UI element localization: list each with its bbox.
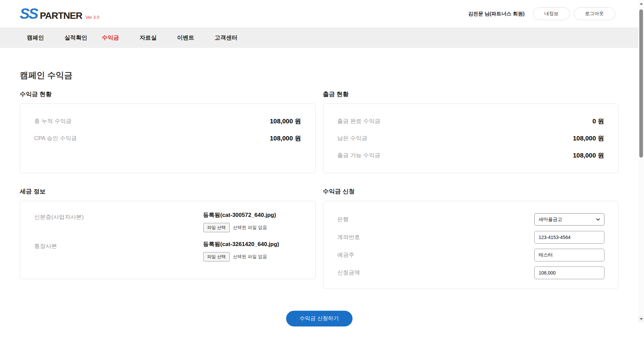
id-card-label: 신분증(사업자사본) xyxy=(34,211,203,232)
withdrawal-status-heading: 출금 현황 xyxy=(323,90,619,98)
bankbook-upload: 등록됨(cat-3261420_640.jpg) 파일 선택 선택된 파일 없음 xyxy=(203,240,301,261)
nav-item-support[interactable]: 고객센터 xyxy=(215,34,252,42)
submit-wrap: 수익금 신청하기 xyxy=(20,311,619,326)
account-holder-input[interactable] xyxy=(534,249,604,261)
partner-dashboard-screen: SS PARTNER Ver 3.0 김전문 님(파트너스 회원) 내정보 로그… xyxy=(0,0,644,362)
brand-logo[interactable]: SS PARTNER Ver 3.0 xyxy=(20,6,99,21)
nav-item-events[interactable]: 이벤트 xyxy=(177,34,215,42)
id-card-file-input: 파일 선택 선택된 파일 없음 xyxy=(203,223,301,232)
scroll-down-arrow-icon[interactable] xyxy=(638,316,644,322)
application-card: 은행 새마을금고 계좌번호 예금주 xyxy=(323,201,619,289)
withdrawal-status-card: 출금 완료 수익금 0 원 남은 수익금 108,000 원 출금 가능 수익금… xyxy=(323,104,619,173)
header: SS PARTNER Ver 3.0 김전문 님(파트너스 회원) 내정보 로그… xyxy=(0,0,644,27)
amount-label: 신청금액 xyxy=(337,269,360,277)
amount-row: 신청금액 xyxy=(337,264,605,282)
revenue-status-section: 수익금 현황 총 누적 수익금 108,000 원 CPA 승인 수익금 108… xyxy=(20,90,316,173)
bankbook-file-select-button[interactable]: 파일 선택 xyxy=(203,252,230,261)
logo-version: Ver 3.0 xyxy=(86,15,99,20)
holder-row: 예금주 xyxy=(337,246,605,264)
nav-item-resources[interactable]: 자료실 xyxy=(140,34,177,42)
available-label: 출금 가능 수익금 xyxy=(337,152,380,159)
bankbook-label: 통장사본 xyxy=(34,240,203,261)
total-revenue-value: 108,000 원 xyxy=(270,117,301,126)
logo-partner-text: PARTNER xyxy=(40,11,82,20)
scroll-up-arrow-icon[interactable] xyxy=(638,1,644,6)
tax-info-card: 신분증(사업자사본) 등록됨(cat-300572_640.jpg) 파일 선택… xyxy=(20,201,316,279)
content-grid: 수익금 현황 총 누적 수익금 108,000 원 CPA 승인 수익금 108… xyxy=(20,90,619,289)
remaining-value: 108,000 원 xyxy=(573,134,604,143)
user-name: 김전문 님(파트너스 회원) xyxy=(468,11,525,17)
account-label: 계좌번호 xyxy=(337,233,360,241)
withdrawn-row: 출금 완료 수익금 0 원 xyxy=(337,113,604,130)
id-card-registered-status: 등록됨(cat-300572_640.jpg) xyxy=(203,211,301,219)
nav-item-revenue[interactable]: 수익금 xyxy=(102,34,140,42)
bankbook-no-file-text: 선택된 파일 없음 xyxy=(233,254,267,260)
bank-label: 은행 xyxy=(337,216,349,223)
available-value: 108,000 원 xyxy=(573,151,604,160)
account-number-input[interactable] xyxy=(534,231,604,244)
total-revenue-row: 총 누적 수익금 108,000 원 xyxy=(34,113,301,130)
id-card-upload: 등록됨(cat-300572_640.jpg) 파일 선택 선택된 파일 없음 xyxy=(203,211,301,232)
holder-label: 예금주 xyxy=(337,251,355,259)
nav-item-campaign[interactable]: 캠페인 xyxy=(27,34,64,42)
page-title: 캠페인 수익금 xyxy=(20,70,619,81)
main-content: 캠페인 수익금 수익금 현황 총 누적 수익금 108,000 원 CPA 승인… xyxy=(0,70,644,326)
application-section: 수익금 신청 은행 새마을금고 계좌번호 xyxy=(323,187,619,289)
bank-select[interactable]: 새마을금고 xyxy=(534,213,604,226)
cpa-approved-label: CPA 승인 수익금 xyxy=(34,134,77,142)
withdrawn-value: 0 원 xyxy=(592,117,604,126)
bankbook-registered-status: 등록됨(cat-3261420_640.jpg) xyxy=(203,240,301,248)
vertical-scrollbar[interactable] xyxy=(638,0,644,322)
id-card-row: 신분증(사업자사본) 등록됨(cat-300572_640.jpg) 파일 선택… xyxy=(34,211,301,232)
chevron-down-icon xyxy=(596,218,600,221)
bankbook-row: 통장사본 등록됨(cat-3261420_640.jpg) 파일 선택 선택된 … xyxy=(34,240,301,261)
id-card-file-select-button[interactable]: 파일 선택 xyxy=(203,223,230,232)
revenue-status-heading: 수익금 현황 xyxy=(20,90,316,98)
bank-row: 은행 새마을금고 xyxy=(337,210,605,228)
id-card-no-file-text: 선택된 파일 없음 xyxy=(233,225,267,231)
bank-selected-value: 새마을금고 xyxy=(539,217,562,223)
withdrawn-label: 출금 완료 수익금 xyxy=(337,117,380,125)
tax-info-section: 세금 정보 신분증(사업자사본) 등록됨(cat-300572_640.jpg)… xyxy=(20,187,316,279)
cpa-approved-row: CPA 승인 수익금 108,000 원 xyxy=(34,130,301,147)
main-nav: 캠페인 실적확인 수익금 자료실 이벤트 고객센터 xyxy=(0,27,644,48)
request-amount-input[interactable] xyxy=(534,266,604,279)
revenue-status-card: 총 누적 수익금 108,000 원 CPA 승인 수익금 108,000 원 xyxy=(20,104,316,173)
account-row: 계좌번호 xyxy=(337,228,605,246)
tax-info-heading: 세금 정보 xyxy=(20,187,316,195)
total-revenue-label: 총 누적 수익금 xyxy=(34,117,71,125)
logo-ss-mark: SS xyxy=(20,6,38,21)
cpa-approved-value: 108,000 원 xyxy=(270,134,301,143)
application-heading: 수익금 신청 xyxy=(323,187,619,195)
logout-button[interactable]: 로그아웃 xyxy=(574,7,615,20)
remaining-row: 남은 수익금 108,000 원 xyxy=(337,130,604,147)
bankbook-file-input: 파일 선택 선택된 파일 없음 xyxy=(203,252,301,261)
apply-revenue-button[interactable]: 수익금 신청하기 xyxy=(286,311,353,326)
nav-item-performance[interactable]: 실적확인 xyxy=(64,34,102,42)
my-info-button[interactable]: 내정보 xyxy=(533,7,570,20)
remaining-label: 남은 수익금 xyxy=(337,134,368,142)
header-right: 김전문 님(파트너스 회원) 내정보 로그아웃 xyxy=(468,7,615,20)
scrollbar-thumb[interactable] xyxy=(639,9,643,158)
withdrawal-status-section: 출금 현황 출금 완료 수익금 0 원 남은 수익금 108,000 원 출금 … xyxy=(323,90,619,173)
available-row: 출금 가능 수익금 108,000 원 xyxy=(337,147,604,164)
